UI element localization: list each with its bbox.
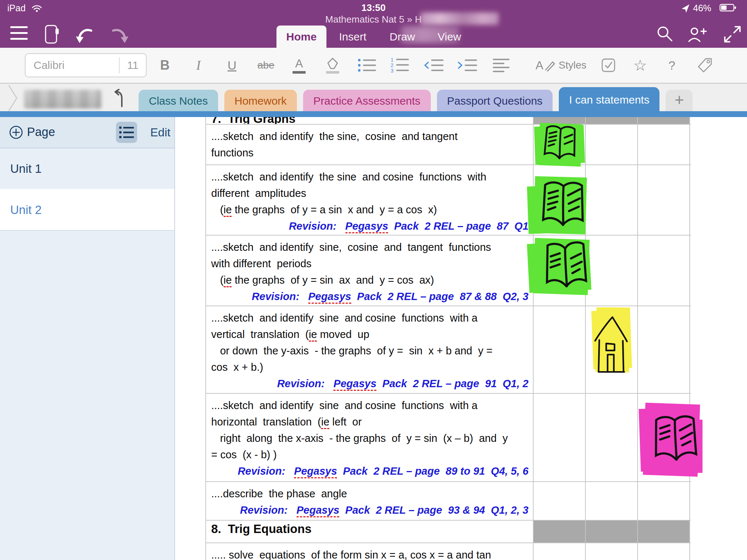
notebooks-icon[interactable]	[44, 24, 61, 44]
status-cell[interactable]	[586, 117, 638, 124]
statement-cell[interactable]: ..... solve equations of the form sin x …	[205, 543, 534, 560]
list-icon	[119, 125, 135, 140]
status-cell[interactable]	[638, 125, 690, 164]
section-tab-i-can-statements[interactable]: I can statements	[559, 87, 659, 112]
indent-button[interactable]	[456, 48, 479, 83]
status-cell[interactable]	[586, 482, 638, 520]
spellcheck-underline: Pegasys	[345, 220, 388, 233]
bold-button[interactable]: B	[156, 48, 174, 83]
hamburger-menu-button[interactable]	[10, 26, 28, 42]
ribbon-tab-insert[interactable]: Insert	[333, 26, 373, 48]
status-cell[interactable]	[638, 236, 690, 306]
underline-button[interactable]: U	[223, 48, 241, 83]
statement-cell[interactable]: ....sketch and identify sine and cosine …	[205, 394, 534, 481]
spellcheck-underline: ie	[309, 328, 317, 342]
italic-button[interactable]: I	[190, 48, 206, 83]
highlighter-button[interactable]	[322, 48, 343, 83]
svg-text:1: 1	[391, 57, 394, 63]
page-item-unit-1[interactable]: Unit 1	[0, 148, 174, 190]
section-tab-practice-assessments[interactable]: Practice Assessments	[303, 90, 430, 112]
page-canvas[interactable]: 7. Trig Graphs....sketch and identify th…	[175, 117, 747, 560]
spellcheck-underline: ie	[321, 416, 329, 429]
search-icon[interactable]	[656, 25, 673, 42]
numbered-list-button[interactable]: 123	[389, 48, 411, 83]
table-statement-row: ..... solve equations of the form sin x …	[205, 543, 691, 560]
ribbon-tab-view[interactable]: View	[431, 26, 468, 48]
status-cell[interactable]	[534, 306, 586, 393]
svg-text:3: 3	[391, 68, 394, 73]
page-list: Unit 1Unit 2	[0, 148, 174, 231]
status-cell[interactable]	[586, 394, 638, 481]
spellcheck-underline: Pegasys	[294, 465, 337, 478]
add-page-icon[interactable]	[9, 125, 23, 140]
status-cell[interactable]	[638, 306, 690, 393]
bullet-list-button[interactable]	[356, 48, 379, 83]
statement-cell[interactable]: ....sketch and identify the sine and cos…	[205, 165, 534, 235]
table-statement-row: ....sketch and identify the sine, cosine…	[205, 125, 691, 165]
status-cell[interactable]	[534, 394, 586, 481]
statement-cell[interactable]: ....sketch and identify the sine, cosine…	[205, 125, 534, 164]
add-section-tab[interactable]: +	[666, 90, 693, 112]
statement-cell[interactable]: 7. Trig Graphs	[205, 117, 534, 124]
page-sidebar: Page Edit Unit 1Unit 2	[0, 117, 175, 560]
spellcheck-underline: Pegasys	[308, 291, 351, 304]
app-header: iPad 13:50 46% Mathematics Nat 5 » H	[0, 0, 747, 48]
custom-tag-button[interactable]	[694, 48, 715, 83]
status-cell[interactable]	[638, 543, 690, 560]
battery-icon	[719, 3, 738, 12]
share-people-icon[interactable]	[687, 26, 708, 43]
fullscreen-icon[interactable]	[724, 26, 741, 43]
section-accent-bar	[0, 111, 747, 117]
status-cell[interactable]	[586, 543, 638, 560]
section-tab-class-notes[interactable]: Class Notes	[139, 90, 218, 112]
section-tab-homework[interactable]: Homework	[224, 90, 297, 112]
status-cell[interactable]	[638, 117, 690, 124]
font-color-button[interactable]: A	[290, 48, 309, 83]
status-cell[interactable]	[586, 125, 638, 164]
ribbon-tab-draw[interactable]: Draw	[384, 26, 421, 48]
statement-cell[interactable]: 8. Trig Equations	[205, 521, 534, 542]
styles-button[interactable]: A Styles	[528, 48, 594, 83]
alignment-button[interactable]	[490, 48, 512, 83]
statement-cell[interactable]: ....describe the phase angleRevision: Pe…	[205, 482, 534, 520]
todo-checkbox-button[interactable]	[599, 48, 618, 83]
spellcheck-underline: Pegasys	[333, 378, 376, 391]
green-book-marker-3[interactable]	[526, 237, 597, 299]
status-cell[interactable]	[534, 482, 586, 520]
statement-cell[interactable]: ....sketch and identify sine, cosine and…	[205, 236, 534, 306]
undo-button[interactable]	[75, 26, 95, 44]
green-book-marker-2[interactable]	[525, 175, 594, 237]
status-cell[interactable]	[638, 482, 690, 520]
add-page-button[interactable]: Page	[27, 125, 55, 139]
strikethrough-button[interactable]: abe	[253, 48, 279, 83]
switch-notebook-arrow-icon[interactable]	[111, 89, 125, 109]
spellcheck-underline: Pegasys	[297, 504, 340, 517]
ribbon-tab-home[interactable]: Home	[276, 26, 326, 48]
collapse-chevron-icon[interactable]	[7, 85, 19, 112]
green-book-marker-1[interactable]	[530, 123, 589, 168]
table-statement-row: ....describe the phase angleRevision: Pe…	[205, 482, 691, 521]
status-cell[interactable]	[534, 521, 586, 542]
statement-cell[interactable]: ....sketch and identify sine and cosine …	[205, 306, 534, 393]
status-cell[interactable]	[586, 521, 638, 542]
section-tab-passport-questions[interactable]: Passport Questions	[437, 90, 553, 112]
status-cell[interactable]	[638, 165, 690, 235]
table-section-header-row: 7. Trig Graphs	[205, 117, 691, 125]
question-tag-button[interactable]: ?	[664, 48, 680, 83]
table-statement-row: ....sketch and identify sine, cosine and…	[205, 236, 691, 306]
page-item-unit-2[interactable]: Unit 2	[0, 190, 174, 231]
formatting-toolbar: Calibri 11 B I U abe A 123	[0, 48, 747, 83]
status-cell[interactable]	[638, 521, 690, 542]
page-list-view-button[interactable]	[116, 122, 137, 143]
redo-button[interactable]	[109, 26, 129, 44]
status-cell[interactable]	[534, 543, 586, 560]
yellow-house-marker[interactable]	[591, 307, 633, 377]
font-picker[interactable]: Calibri 11	[25, 53, 147, 77]
status-time: 13:50	[0, 2, 747, 13]
edit-pages-button[interactable]: Edit	[150, 126, 170, 139]
pink-book-marker[interactable]	[638, 401, 704, 481]
important-star-button[interactable]: ☆	[630, 48, 650, 83]
outdent-button[interactable]	[422, 48, 446, 83]
redacted-section-name	[420, 12, 499, 25]
spellcheck-underline: ie	[224, 204, 232, 217]
